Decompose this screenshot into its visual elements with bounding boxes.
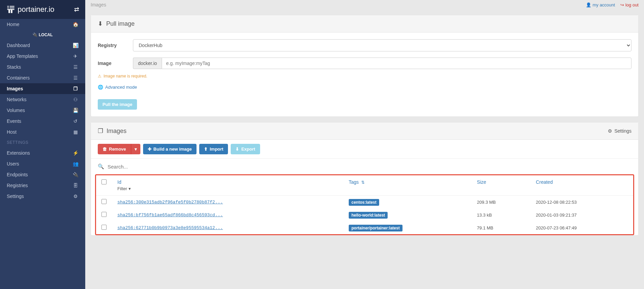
user-icon: 👤: [586, 2, 591, 7]
created-cell: 2020-12-08 08:22:53: [530, 196, 633, 209]
size-column-header[interactable]: Size: [477, 179, 486, 185]
image-prefix: docker.io: [133, 58, 162, 69]
sidebar-item-label: Dashboard: [7, 43, 30, 48]
image-id-link[interactable]: sha256:300e315adb2f96afe5f0b2780b87f2...: [117, 200, 223, 205]
search-icon: 🔍: [98, 163, 104, 170]
search-input[interactable]: [108, 164, 631, 170]
images-list-panel: ❐ Images ⚙ Settings 🗑 Remove ▾ ✚ Bui: [91, 122, 639, 236]
dashboard-icon: 📊: [72, 43, 78, 48]
panel-title: Pull image: [106, 20, 135, 27]
sidebar-item-host[interactable]: Host ▦: [0, 127, 85, 137]
action-bar: 🗑 Remove ▾ ✚ Build a new image ⬆ Import …: [91, 140, 638, 159]
remove-button[interactable]: 🗑 Remove: [98, 144, 131, 154]
sidebar-item-dashboard[interactable]: Dashboard 📊: [0, 40, 85, 51]
filter-icon: ▾: [129, 186, 131, 191]
sidebar-item-label: App Templates: [7, 53, 38, 59]
hdd-icon: 💾: [72, 108, 78, 113]
plug-icon: 🔌: [72, 172, 78, 177]
cogs-icon: ⚙: [72, 194, 78, 199]
pull-image-panel: ⬇ Pull image Registry DockerHub Image do…: [91, 15, 639, 117]
table-row: sha256:62771b0b9b0973a3e8e95595534a12...…: [96, 221, 633, 234]
top-header: Images 👤 my account ↪ log out: [91, 0, 639, 9]
row-checkbox[interactable]: [101, 225, 107, 230]
sidebar-item-label: Networks: [7, 97, 26, 102]
sidebar-item-containers[interactable]: Containers ☰: [0, 72, 85, 83]
size-cell: 79.1 MB: [472, 221, 530, 234]
rocket-icon: ✈: [72, 53, 78, 59]
sidebar-item-settings[interactable]: Settings ⚙: [0, 191, 85, 202]
sidebar-item-endpoints[interactable]: Endpoints 🔌: [0, 169, 85, 180]
caret-down-icon: ▾: [135, 147, 137, 152]
row-checkbox[interactable]: [101, 212, 107, 217]
sidebar-item-stacks[interactable]: Stacks ☰: [0, 62, 85, 72]
sidebar-item-registries[interactable]: Registries 🗄: [0, 180, 85, 191]
globe-icon: 🌐: [98, 85, 103, 90]
sidebar-item-users[interactable]: Users 👥: [0, 158, 85, 169]
size-cell: 13.3 kB: [472, 208, 530, 221]
image-required-warning: ⚠ Image name is required.: [98, 74, 631, 79]
images-table-highlight: Id Filter ▾ Tags ⇅ Size Created: [95, 174, 634, 235]
id-column-header[interactable]: Id: [117, 179, 121, 185]
sidebar-item-events[interactable]: Events ↺: [0, 116, 85, 127]
image-name-input[interactable]: [162, 58, 631, 69]
sidebar-item-volumes[interactable]: Volumes 💾: [0, 105, 85, 116]
image-id-link[interactable]: sha256:bf756fb1ae65adf866bd8c456593cd...: [117, 213, 223, 218]
image-label: Image: [98, 61, 133, 66]
sidebar: portainer.io ⇄ Home 🏠 🔌 LOCAL Dashboard …: [0, 0, 85, 289]
remove-dropdown-caret[interactable]: ▾: [131, 144, 140, 154]
panel-settings-link[interactable]: ⚙ Settings: [608, 128, 631, 134]
row-checkbox[interactable]: [101, 199, 107, 204]
trash-icon: 🗑: [102, 147, 107, 152]
tag-badge: centos:latest: [349, 199, 379, 206]
bolt-icon: ⚡: [72, 150, 78, 156]
registry-label: Registry: [98, 43, 133, 48]
build-image-button[interactable]: ✚ Build a new image: [143, 144, 197, 154]
sidebar-item-networks[interactable]: Networks ⚇: [0, 94, 85, 105]
sidebar-item-label: Host: [7, 129, 17, 135]
export-button[interactable]: ⬇ Export: [231, 144, 260, 154]
sidebar-item-label: Registries: [7, 183, 28, 188]
sitemap-icon: ⚇: [72, 97, 78, 102]
remove-button-group: 🗑 Remove ▾: [98, 144, 140, 154]
my-account-link[interactable]: 👤 my account: [586, 2, 615, 7]
pull-image-button[interactable]: Pull the image: [98, 99, 137, 110]
panel-title: Images: [107, 128, 127, 135]
brand-text: portainer.io: [18, 5, 54, 14]
images-icon: ❐: [98, 127, 103, 135]
sidebar-section-settings: SETTINGS: [0, 137, 85, 148]
tags-column-header[interactable]: Tags: [349, 179, 359, 185]
sort-icon: ⇅: [361, 180, 365, 185]
breadcrumb: Images: [91, 2, 106, 7]
advanced-mode-link[interactable]: 🌐 Advanced mode: [98, 85, 631, 90]
sidebar-item-label: Endpoints: [7, 172, 28, 177]
list-icon: ☰: [72, 75, 78, 81]
swap-icon[interactable]: ⇄: [74, 6, 79, 13]
sidebar-item-app-templates[interactable]: App Templates ✈: [0, 51, 85, 62]
registry-select[interactable]: DockerHub: [133, 39, 631, 51]
sidebar-item-label: Volumes: [7, 108, 25, 113]
sidebar-item-label: Events: [7, 118, 21, 124]
sidebar-item-label: Settings: [7, 194, 24, 199]
sidebar-item-label: Home: [7, 22, 19, 27]
logout-link[interactable]: ↪ log out: [620, 2, 639, 7]
created-cell: 2020-01-03 09:21:37: [530, 208, 633, 221]
grid-icon: ▦: [72, 129, 78, 135]
search-bar: 🔍: [91, 159, 638, 174]
images-table: Id Filter ▾ Tags ⇅ Size Created: [96, 175, 633, 234]
filter-toggle[interactable]: Filter ▾: [117, 186, 338, 191]
sidebar-item-label: Images: [7, 86, 23, 91]
image-id-link[interactable]: sha256:62771b0b9b0973a3e8e95595534a12...: [117, 225, 223, 230]
sidebar-item-home[interactable]: Home 🏠: [0, 19, 85, 30]
sidebar-item-label: Extensions: [7, 150, 30, 156]
created-column-header[interactable]: Created: [536, 179, 553, 185]
select-all-checkbox[interactable]: [101, 179, 107, 184]
sidebar-item-extensions[interactable]: Extensions ⚡: [0, 148, 85, 158]
home-icon: 🏠: [72, 22, 78, 27]
import-button[interactable]: ⬆ Import: [199, 144, 228, 154]
images-panel-header: ❐ Images ⚙ Settings: [91, 123, 638, 140]
sidebar-item-label: Stacks: [7, 64, 21, 70]
pull-image-panel-header: ⬇ Pull image: [91, 15, 638, 32]
sidebar-item-images[interactable]: Images ❐: [0, 83, 85, 94]
sidebar-item-label: Containers: [7, 75, 30, 81]
created-cell: 2020-07-23 06:47:49: [530, 221, 633, 234]
